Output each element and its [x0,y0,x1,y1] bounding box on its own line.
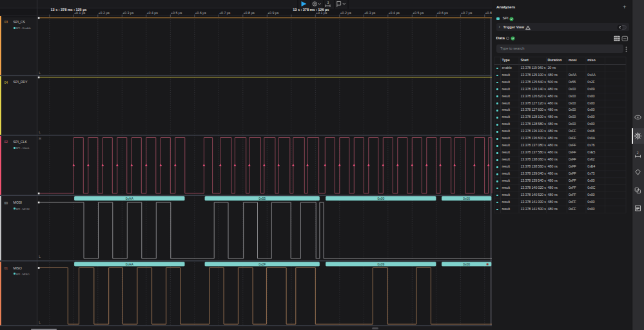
svg-text:2: 2 [637,151,639,155]
